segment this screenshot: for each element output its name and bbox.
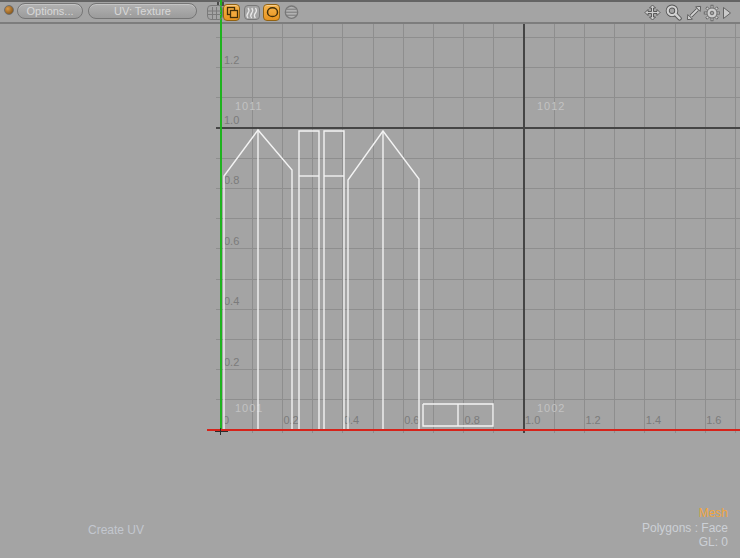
panel-dot-button[interactable] <box>4 5 14 15</box>
relax-waves-icon-frame <box>244 5 260 20</box>
settings-icon[interactable] <box>703 4 720 21</box>
toolbar: Options... UV: Texture <box>0 0 740 23</box>
pan-icon[interactable] <box>644 4 661 21</box>
sphere-wireframe-icon[interactable] <box>283 4 300 21</box>
options-button[interactable]: Options... <box>17 3 83 19</box>
maximize-glyph <box>686 5 702 21</box>
grid-glyph <box>208 7 221 19</box>
uv-editor-window: 1.21.00.80.60.40.200.20.40.60.81.01.21.4… <box>0 0 740 558</box>
copy-glyph <box>224 4 239 21</box>
uv-mode-button[interactable]: UV: Texture <box>88 3 197 19</box>
pan-glyph <box>644 4 661 21</box>
maximize-icon[interactable] <box>686 4 702 21</box>
create-uv-button[interactable]: Create UV <box>88 523 144 537</box>
gear-glyph <box>703 4 720 22</box>
status-selection-mode: Polygons : Face <box>642 521 728 536</box>
status-object-name: Mesh <box>642 506 728 521</box>
relax-waves-icon[interactable] <box>243 4 260 21</box>
uv-wireframe <box>0 0 740 558</box>
uv-grid-icon[interactable] <box>206 4 223 21</box>
zoom-glyph <box>665 4 682 21</box>
copy-uv-icon[interactable] <box>223 4 240 21</box>
expand-arrow-icon[interactable] <box>722 4 732 21</box>
status-readout: Mesh Polygons : Face GL: 0 <box>642 506 728 550</box>
zoom-icon[interactable] <box>665 4 682 21</box>
triangle-glyph <box>722 5 732 21</box>
sphere-glyph <box>283 4 300 21</box>
uv-ellipse-icon[interactable] <box>263 4 280 21</box>
ellipse-glyph <box>264 4 279 21</box>
status-gl-counter: GL: 0 <box>642 535 728 550</box>
uv-grid-icon-frame <box>207 5 223 20</box>
waves-glyph <box>245 7 258 19</box>
